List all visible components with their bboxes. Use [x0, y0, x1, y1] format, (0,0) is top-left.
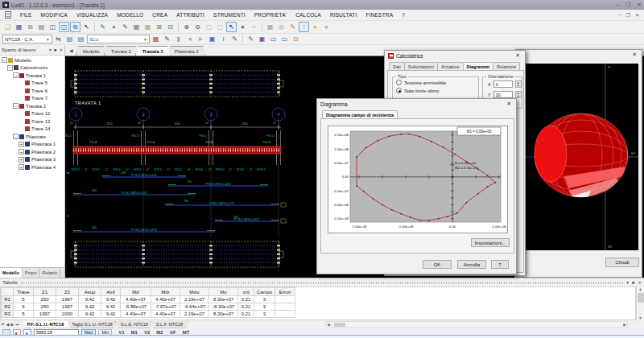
surface3d-viewport[interactable]: NM1MM2	[520, 64, 638, 250]
document-icon[interactable]	[5, 11, 11, 19]
window-cascade-icon[interactable]: ⧉	[70, 22, 80, 32]
zoom-in-icon[interactable]: ⊕	[181, 22, 192, 32]
close-icon[interactable]: ✕	[637, 2, 642, 8]
collapse-icon[interactable]: −	[13, 134, 19, 139]
scroll-thumb[interactable]	[334, 323, 345, 327]
results-table[interactable]: TraveZ1Z2AsupAinfMdMdrMstvMux/dCampoErro…	[1, 287, 295, 318]
render-sphere-icon[interactable]: ●	[109, 22, 119, 32]
calc-tab-sollecitazioni[interactable]: Sollecitazioni	[404, 62, 438, 70]
tree-item-trave-5[interactable]: Trave 5	[0, 80, 64, 88]
close-icon[interactable]: ✕	[59, 47, 63, 52]
sheet-tab-4[interactable]: S.L.F.-NTC18	[151, 321, 188, 328]
table-delete-icon[interactable]: ▦	[151, 34, 161, 44]
tree-item-trave-7[interactable]: Trave 7	[0, 95, 64, 103]
table-vscrollbar[interactable]: ▲ ▼	[636, 286, 644, 320]
radio-stato-limite-ultimo[interactable]	[396, 88, 402, 93]
torus-view-icon[interactable]: ◎	[276, 22, 287, 32]
tree-item-trave-13[interactable]: Trave 13	[0, 117, 64, 126]
zoom-dynamic-icon[interactable]: ⊟	[165, 22, 175, 32]
scroll-thumb[interactable]	[638, 293, 644, 303]
edit-pencil-icon[interactable]: ✎	[120, 22, 130, 32]
panel-tab-propri[interactable]: Propri	[23, 268, 40, 278]
mdi-tab-travata-2[interactable]: Travata 2	[104, 46, 138, 56]
mdi-tab-modello[interactable]: Modello	[76, 46, 107, 56]
select-cursor-icon[interactable]: ↖	[226, 22, 237, 32]
dropdown-icon[interactable]: ▾	[626, 280, 629, 285]
menu-finestra[interactable]: FINESTRA	[365, 12, 393, 18]
sheet-tab-1[interactable]: P.F.-S.L.U.-NTC18	[22, 321, 69, 328]
pin-icon[interactable]: ■	[54, 47, 56, 52]
tree-item-trave-12[interactable]: Trave 12	[0, 110, 64, 118]
tree-item-trave-14[interactable]: Trave 14	[0, 126, 64, 134]
combination-combobox[interactable]: SLU ▼	[87, 35, 150, 43]
impostazioni-button[interactable]: Impostazioni...	[471, 238, 510, 247]
help-button[interactable]: ?	[491, 260, 509, 269]
print-preview-icon[interactable]: ◫	[47, 22, 58, 32]
light-on-icon[interactable]: ●	[310, 22, 320, 32]
sheet-tab-2[interactable]: Taglio S.L.U.-NTC18	[66, 321, 118, 328]
table-hscrollbar[interactable]: ◀ ▶	[325, 321, 628, 328]
menu-?[interactable]: ?	[402, 12, 405, 18]
notebook-table-icon[interactable]: ▤	[76, 34, 86, 44]
ok-button[interactable]: OK	[423, 260, 452, 269]
notebook-edit-icon[interactable]: ▤	[64, 34, 75, 44]
menu-modello[interactable]: MODELLO	[117, 12, 143, 18]
dropdown-icon[interactable]: ▾	[49, 47, 52, 52]
tree-item-pilastrate[interactable]: −Pilastrate	[0, 133, 64, 141]
sheet-edit-icon[interactable]: ✎	[162, 34, 172, 44]
pencil-blue-icon[interactable]: ✎	[229, 34, 240, 44]
tree-item-pilastrata-4[interactable]: +Pilastrata 4	[0, 163, 64, 171]
menu-visualizza[interactable]: VISUALIZZA	[76, 12, 108, 18]
menu-crea[interactable]: CREA	[152, 12, 167, 18]
next-step-icon[interactable]: ►	[196, 34, 206, 44]
calc-tab-armature[interactable]: Armature	[437, 62, 464, 70]
scroll-up-icon[interactable]: ▲	[638, 286, 642, 291]
norm-combobox[interactable]: NTC18 - C.A. ▼	[2, 35, 52, 43]
multi-pencil-icon[interactable]: ✎	[287, 22, 298, 32]
tree-item-calcestruzzo[interactable]: −Calcestruzzo	[0, 64, 64, 72]
context-help-icon[interactable]: ↖	[81, 22, 92, 32]
open-file-icon[interactable]: ❏	[2, 22, 13, 32]
tree-item-trave-6[interactable]: Trave 6	[0, 87, 64, 95]
radio-tensione-ammissibile[interactable]	[396, 80, 402, 85]
grid-view-icon[interactable]: ▦	[265, 22, 275, 32]
tree-item-pilastrata-2[interactable]: +Pilastrata 2	[0, 148, 64, 156]
annulla-button[interactable]: Annulla	[457, 260, 486, 269]
tree-item-modello[interactable]: −Modello	[0, 56, 64, 64]
expand-icon[interactable]: +	[19, 149, 24, 155]
expand-icon[interactable]: +	[19, 157, 24, 163]
spline-tool-icon[interactable]: ~	[249, 22, 259, 32]
menu-file[interactable]: FILE	[20, 12, 32, 18]
collapse-icon[interactable]: −	[2, 57, 7, 63]
calc-tab-dati[interactable]: Dati	[389, 62, 405, 70]
mdi-minimize-icon[interactable]: –	[618, 12, 621, 18]
panel-tab-modello[interactable]: Modello	[0, 268, 23, 278]
collapse-icon[interactable]: −	[13, 103, 19, 109]
menu-attributi[interactable]: ATTRIBUTI	[176, 12, 204, 18]
menu-strumenti[interactable]: STRUMENTI	[213, 12, 246, 18]
zoom-out-icon[interactable]: ⊖	[192, 22, 203, 32]
tree-item-travata-1[interactable]: −Travata 1	[0, 72, 64, 80]
copy-icon[interactable]: ⧉	[25, 22, 35, 32]
render-solid-icon[interactable]: ●	[237, 22, 248, 32]
tree-item-travata-2[interactable]: −Travata 2	[0, 102, 64, 110]
scroll-right-icon[interactable]: ▶	[623, 322, 626, 327]
x-spinner[interactable]: ▲▼	[515, 80, 522, 88]
mdi-tab-travata-1[interactable]: Travata 1	[135, 46, 171, 56]
tab-diagramma-campo[interactable]: Diagramma campo di resistenza	[322, 110, 398, 118]
prev-step-icon[interactable]: ◄	[184, 34, 195, 44]
close-icon[interactable]: ✕	[630, 52, 638, 58]
restore-icon[interactable]: ❐	[625, 2, 630, 8]
close-icon[interactable]: ✕	[505, 101, 513, 107]
table-row[interactable]: R1525019979.429.424.40e+074.40e+072.19e+…	[2, 296, 295, 303]
minimize-icon[interactable]: –	[616, 2, 619, 8]
frame-two-icon[interactable]: ▭	[279, 34, 290, 44]
table-select-icon[interactable]: ▦	[142, 22, 153, 32]
pan-view-icon[interactable]: ▢	[204, 22, 214, 32]
y-orientation-input[interactable]: 30	[493, 91, 513, 98]
scroll-left-icon[interactable]: ◀	[327, 322, 330, 327]
close-icon[interactable]: ✕	[638, 280, 642, 285]
menu-calcola[interactable]: CALCOLA	[295, 12, 321, 18]
column-gray-icon[interactable]: ▮	[173, 34, 184, 44]
menu-modifica[interactable]: MODIFICA	[41, 12, 68, 18]
